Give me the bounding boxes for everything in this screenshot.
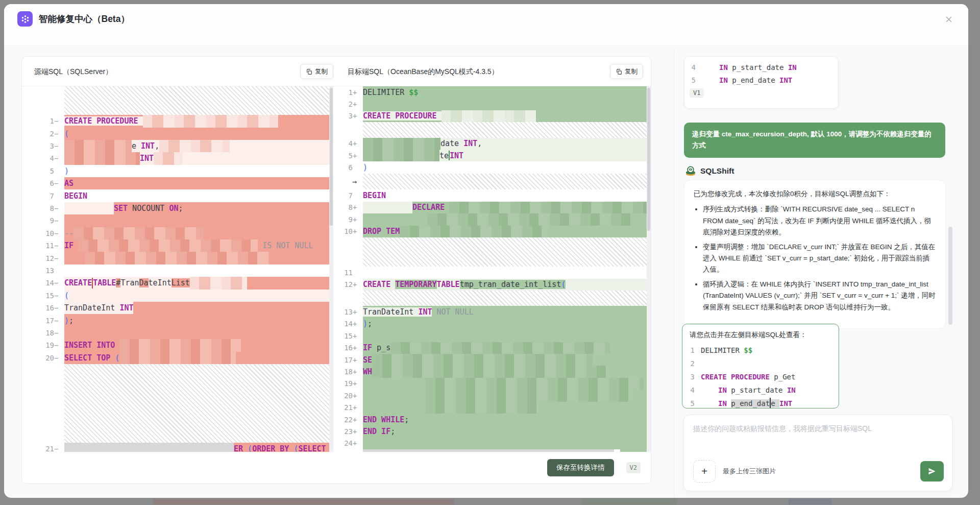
merge-arrow-icon: → <box>352 177 357 186</box>
backdrop-fragment <box>153 499 454 504</box>
assistant-name: SQLShift <box>700 166 734 176</box>
assistant-bullet: 循环插入逻辑：在 WHILE 体内执行 `INSERT INTO tmp_tra… <box>703 279 936 313</box>
version-badge-v1: V1 <box>690 88 704 98</box>
diff-line: 17− ); <box>22 314 329 326</box>
v1-snippet-card[interactable]: 4IN p_start_date IN5IN p_end_date INT V1 <box>684 56 839 109</box>
diff-line: 15+ <box>333 330 651 342</box>
diff-line: 13 <box>22 264 329 277</box>
copy-source-button[interactable]: 复制 <box>300 64 333 79</box>
version-badge-v2: V2 <box>626 462 641 473</box>
target-diff-pane[interactable]: 1+DELIMITER $$2+3+CREATE PROCEDURE 4+dat… <box>333 86 651 452</box>
app-logo-icon <box>17 11 33 27</box>
send-icon <box>927 467 937 476</box>
page-title: 智能修复中心（Beta） <box>39 13 130 25</box>
content-divider <box>674 50 674 498</box>
diff-line: 21−ER (ORDER BY (SELECT <box>22 443 329 452</box>
assistant-bullet-list: 序列生成方式转换：删除 `WITH RECURSIVE date_seq ...… <box>694 204 936 313</box>
recursion-notice-banner: 递归变量 cte_max_recursion_depth, 默认 1000，请调… <box>684 123 945 158</box>
diff-body: 1−CREATE PROCEDURE 2−(3−e INT,4− INT5)6−… <box>22 86 651 452</box>
target-pane-scrollbar[interactable] <box>647 86 651 452</box>
backdrop-fragment <box>582 499 676 504</box>
diff-line: 17+ SE <box>333 354 651 366</box>
diff-header: 源端SQL（SQLServer） 复制 目标端SQL（OceanBase的MyS… <box>22 57 651 86</box>
v1-code-snippet: 4IN p_start_date IN5IN p_end_date INT <box>684 61 838 85</box>
code-line: 5IN p_end_date INT <box>684 74 838 85</box>
assistant-intro: 已为您修改完成，本次修改扣除0积分，目标端SQL调整点如下： <box>694 188 936 200</box>
assistant-header: SQLShift <box>685 165 734 177</box>
result-preview-card[interactable]: 请您点击并在左侧目标端SQL处查看： 1DELIMITER $$23CREATE… <box>682 324 839 408</box>
source-pane-scrollbar[interactable] <box>329 86 333 452</box>
diff-line: 13+ TranDateInt INT NOT NULL <box>333 306 651 318</box>
diff-line: 6−AS <box>22 177 329 189</box>
diff-line: 3+CREATE PROCEDURE <box>333 110 651 122</box>
diff-line: 1+DELIMITER $$ <box>333 86 651 98</box>
diff-line <box>333 122 651 137</box>
diff-line: 5) <box>22 165 329 177</box>
diff-line: 23+ END IF; <box>333 425 651 437</box>
diff-line <box>22 364 329 443</box>
sql-diff-card: 源端SQL（SQLServer） 复制 目标端SQL（OceanBase的MyS… <box>21 56 651 484</box>
diff-line: 18+ WH <box>333 366 651 377</box>
diff-line <box>333 237 651 267</box>
source-sql-title: 源端SQL（SQLServer） <box>34 57 112 86</box>
code-line: 4IN p_start_date IN <box>690 383 831 397</box>
diff-line: 14+ ); <box>333 318 651 330</box>
copy-icon <box>306 68 312 75</box>
diff-line: 14− CREATE TABLE #TranDateIntList <box>22 277 329 289</box>
diff-line <box>333 291 651 306</box>
target-sql-title: 目标端SQL（OceanBase的MySQL模式-4.3.5） <box>348 57 499 86</box>
close-button[interactable] <box>942 12 956 27</box>
diff-line: 10+ DROP TEM <box>333 226 651 237</box>
diff-line <box>22 86 329 115</box>
close-icon <box>944 14 954 25</box>
assistant-message-card: 已为您修改完成，本次修改扣除0积分，目标端SQL调整点如下： 序列生成方式转换：… <box>684 180 946 329</box>
diff-line: 4+date INT, <box>333 138 651 150</box>
diff-line: 2+ <box>333 98 651 110</box>
diff-line: 9− <box>22 214 329 227</box>
diff-line: 10− -- <box>22 227 329 239</box>
composer-input[interactable]: 描述你的问题或粘贴报错信息，我将据此重写目标端SQL <box>693 424 943 434</box>
diff-line: 8−SET NOCOUNT ON; <box>22 202 329 214</box>
copy-label: 复制 <box>315 67 328 76</box>
diff-line: 6) <box>333 161 651 173</box>
diff-line: 15−( <box>22 290 329 302</box>
diff-line: 7BEGIN <box>22 189 329 202</box>
diff-line: 4− INT <box>22 152 329 164</box>
composer: 描述你的问题或粘贴报错信息，我将据此重写目标端SQL + 最多上传三张图片 <box>683 415 952 491</box>
copy-icon <box>616 68 622 75</box>
diff-line: 22+ END WHILE; <box>333 414 651 425</box>
diff-line: 16+ IF p_s <box>333 342 651 354</box>
assistant-bullet: 变量声明调整：增加 `DECLARE v_curr INT;` 并放置在 BEG… <box>703 242 936 276</box>
upload-hint: 最多上传三张图片 <box>723 467 913 476</box>
upload-image-button[interactable]: + <box>693 460 716 483</box>
code-line: 2 <box>690 357 831 370</box>
diff-footer: 保存至转换详情 V2 <box>22 452 651 484</box>
diff-line: → <box>333 174 651 190</box>
diff-line: 9+ <box>333 213 651 225</box>
diff-line: 16− TranDateInt INT <box>22 302 329 314</box>
diff-line: 7BEGIN <box>333 189 651 201</box>
copy-label: 复制 <box>625 67 638 76</box>
screen: 智能修复中心（Beta） 源端SQL（SQLServer） 复制 目标端SQL（… <box>0 0 980 505</box>
diff-line: 12− <box>22 252 329 264</box>
diff-line: 8+DECLARE <box>333 202 651 213</box>
diff-line: 5+te INT <box>333 150 651 161</box>
diff-line: 19+t <box>333 378 651 390</box>
diff-line: 24+ <box>333 438 651 449</box>
backdrop-fragment <box>789 499 832 504</box>
diff-line: 1−CREATE PROCEDURE <box>22 115 329 127</box>
save-to-conversion-button[interactable]: 保存至转换详情 <box>547 459 614 476</box>
send-button[interactable] <box>920 461 944 482</box>
modal-header: 智能修复中心（Beta） <box>4 4 968 46</box>
diff-line: 20− SELECT TOP ( <box>22 352 329 364</box>
code-line: 4IN p_start_date IN <box>684 61 838 74</box>
code-line: 3CREATE PROCEDURE p_Get <box>690 370 831 383</box>
sidebar-scrollbar-thumb[interactable] <box>948 227 952 325</box>
code-line: 5IN p_end_date INT <box>690 397 831 408</box>
diff-line: 18− <box>22 327 329 339</box>
source-diff-pane[interactable]: 1−CREATE PROCEDURE 2−(3−e INT,4− INT5)6−… <box>22 86 329 452</box>
copy-target-button[interactable]: 复制 <box>610 64 643 79</box>
result-code-snippet: 1DELIMITER $$23CREATE PROCEDURE p_Get4IN… <box>690 344 831 408</box>
diff-line: 3−e INT, <box>22 140 329 152</box>
diff-line: 20+ <box>333 390 651 401</box>
